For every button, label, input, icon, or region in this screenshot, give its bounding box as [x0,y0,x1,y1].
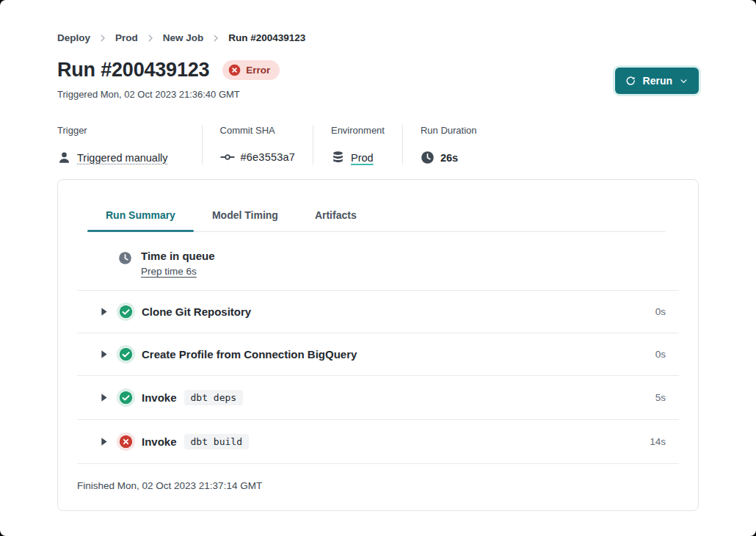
chevron-right-icon [145,33,156,43]
commit-sha-value: #6e3553a7 [241,151,295,163]
tab-artifacts[interactable]: Artifacts [297,209,375,231]
tab-run-summary[interactable]: Run Summary [87,209,194,231]
step-duration: 0s [655,349,666,360]
queue-title: Time in queue [141,250,215,262]
trigger-value[interactable]: Triggered manually [77,152,168,164]
expand-caret-icon[interactable] [101,350,108,359]
expand-caret-icon[interactable] [101,307,108,316]
divider [402,125,403,164]
success-icon [119,347,133,361]
rerun-button[interactable]: Rerun [615,68,699,94]
step-name: Invoke [142,435,177,448]
time-in-queue-row: Time in queue Prep time 6s [77,232,679,291]
meta-label: Environment [331,125,385,136]
success-icon [119,305,133,319]
breadcrumb-new-job[interactable]: New Job [163,32,204,43]
step-name: Clone Git Repository [142,305,251,318]
x-circle-icon [228,64,241,76]
meta-commit-sha: Commit SHA #6e3553a7 [220,125,295,164]
tabs: Run Summary Model Timing Artifacts [87,209,666,232]
step-row-dbt-build: Invoke dbt build 14s [77,420,679,464]
database-icon [331,151,345,164]
meta-run-duration: Run Duration 26s [421,125,477,164]
status-badge: Error [222,60,280,80]
person-icon [57,151,71,164]
header: Deploy Prod New Job Run #200439123 Run #… [0,0,756,100]
divider [202,125,203,164]
prep-time-link[interactable]: Prep time 6s [141,266,197,277]
expand-caret-icon[interactable] [101,393,108,402]
divider [313,125,313,164]
environment-link[interactable]: Prod [351,152,374,164]
step-row-dbt-deps: Invoke dbt deps 5s [77,376,679,420]
chevron-down-icon [679,76,688,86]
step-name: Invoke [142,391,177,404]
finished-timestamp: Finished Mon, 02 Oct 2023 21:37:14 GMT [77,464,679,510]
step-list: Time in queue Prep time 6s Clone Git Rep… [77,232,679,464]
triggered-timestamp: Triggered Mon, 02 Oct 2023 21:36:40 GMT [57,89,699,100]
meta-label: Commit SHA [220,125,295,136]
clock-icon [118,251,132,265]
tab-model-timing[interactable]: Model Timing [194,209,297,231]
error-icon [119,435,133,449]
step-duration: 14s [650,436,666,447]
step-row-clone-git: Clone Git Repository 0s [77,291,679,333]
clock-icon [421,151,435,164]
run-summary-card: Run Summary Model Timing Artifacts Time … [57,179,699,511]
metadata-strip: Trigger Triggered manually Commit SHA #6… [57,125,699,164]
step-name: Create Profile from Connection BigQuery [142,348,357,361]
meta-label: Run Duration [421,125,477,136]
success-icon [119,391,133,405]
page-title: Run #200439123 [57,59,209,82]
chevron-right-icon [211,33,221,43]
breadcrumb: Deploy Prod New Job Run #200439123 [57,32,699,43]
step-command-chip: dbt deps [184,390,244,405]
expand-caret-icon[interactable] [101,437,108,446]
run-duration-value: 26s [440,152,458,164]
step-duration: 5s [655,392,666,403]
chevron-right-icon [98,33,108,43]
meta-label: Trigger [57,125,168,136]
step-row-create-profile: Create Profile from Connection BigQuery … [77,333,679,376]
breadcrumb-prod[interactable]: Prod [115,32,138,43]
commit-icon [220,150,235,164]
meta-trigger: Trigger Triggered manually [57,125,184,164]
step-duration: 0s [655,306,666,317]
meta-environment: Environment Prod [331,125,385,164]
status-badge-label: Error [246,65,270,76]
breadcrumb-run-id: Run #200439123 [228,32,305,43]
breadcrumb-deploy[interactable]: Deploy [57,32,90,43]
title-row: Run #200439123 Error [57,59,699,82]
step-command-chip: dbt build [184,434,249,449]
refresh-icon [625,76,636,87]
rerun-button-label: Rerun [643,75,672,87]
run-detail-page: Deploy Prod New Job Run #200439123 Run #… [0,0,756,536]
